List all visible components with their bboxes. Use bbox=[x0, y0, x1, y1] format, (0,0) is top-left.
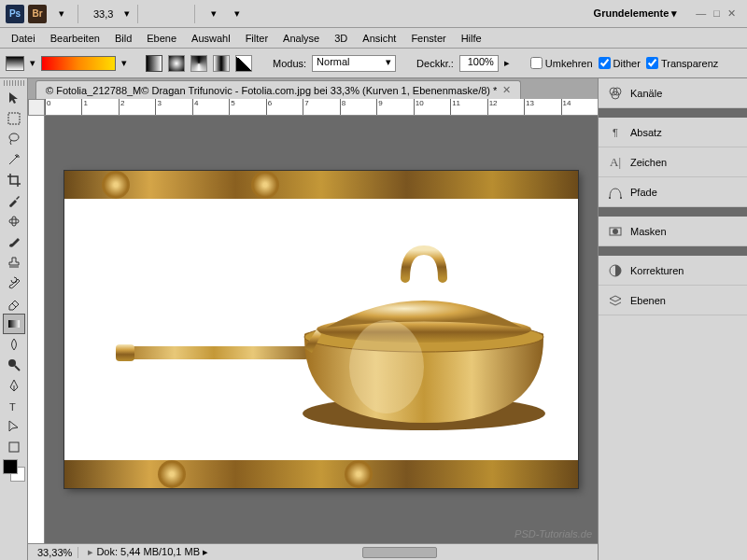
golden-pot-image bbox=[88, 208, 555, 451]
menu-auswahl[interactable]: Auswahl bbox=[184, 30, 238, 47]
bridge-icon[interactable]: Br bbox=[28, 5, 47, 23]
menu-bild[interactable]: Bild bbox=[107, 30, 139, 47]
separator bbox=[137, 5, 138, 23]
brush-tool[interactable] bbox=[3, 231, 25, 252]
gradient-angle-button[interactable] bbox=[190, 55, 207, 72]
panel-masken[interactable]: Masken bbox=[599, 217, 747, 246]
application-bar: Ps Br ▾ 33,3▾ ▾ ▾ Grundelemente ▾ — □ ✕ bbox=[0, 0, 747, 28]
gradient-radial-button[interactable] bbox=[168, 55, 185, 72]
opacity-input[interactable]: 100% bbox=[459, 55, 499, 72]
hand-tool-shortcut[interactable] bbox=[146, 12, 157, 16]
ornamental-border-bottom bbox=[64, 460, 578, 488]
blur-tool[interactable] bbox=[3, 334, 25, 355]
ps-app-icon[interactable]: Ps bbox=[6, 5, 24, 23]
separator bbox=[194, 5, 195, 23]
workspace-switcher[interactable]: Grundelemente ▾ bbox=[585, 4, 687, 23]
type-tool[interactable]: T bbox=[3, 396, 25, 416]
pen-tool[interactable] bbox=[3, 375, 25, 396]
shape-tool[interactable] bbox=[3, 437, 25, 457]
gradient-preview[interactable] bbox=[41, 56, 116, 71]
maximize-icon[interactable]: □ bbox=[713, 7, 720, 20]
menu-analyse[interactable]: Analyse bbox=[275, 30, 327, 47]
move-tool[interactable] bbox=[3, 88, 25, 108]
path-select-tool[interactable] bbox=[3, 416, 25, 437]
canvas[interactable] bbox=[64, 171, 578, 488]
wand-tool[interactable] bbox=[3, 149, 25, 170]
rotate-view-shortcut[interactable] bbox=[176, 12, 187, 16]
menu-fenster[interactable]: Fenster bbox=[403, 30, 453, 47]
toolbox-grip[interactable] bbox=[4, 80, 24, 86]
gradient-diamond-button[interactable] bbox=[235, 55, 252, 72]
minimize-icon[interactable]: — bbox=[696, 7, 706, 20]
masks-icon bbox=[608, 224, 623, 239]
svg-text:T: T bbox=[9, 401, 16, 413]
svg-line-16 bbox=[15, 366, 20, 371]
svg-point-10 bbox=[9, 133, 19, 141]
menu-datei[interactable]: Datei bbox=[4, 30, 43, 47]
menu-ansicht[interactable]: Ansicht bbox=[355, 30, 403, 47]
vertical-ruler[interactable] bbox=[28, 116, 45, 543]
dodge-tool[interactable] bbox=[3, 355, 25, 375]
panel-pfade[interactable]: Pfade bbox=[599, 177, 747, 207]
document-tab-bar: © Fotolia_212788_M© Dragan Trifunovic - … bbox=[28, 78, 598, 99]
panel-label: Pfade bbox=[630, 187, 657, 198]
status-zoom[interactable]: 33,33% bbox=[32, 547, 78, 558]
menu-hilfe[interactable]: Hilfe bbox=[454, 30, 489, 47]
modus-label: Modus: bbox=[273, 58, 306, 69]
panel-kanaele[interactable]: Kanäle bbox=[599, 78, 747, 108]
status-dok[interactable]: ▸ Dok: 5,44 MB/10,1 MB ▸ bbox=[88, 546, 208, 558]
panel-zeichen[interactable]: A|Zeichen bbox=[599, 147, 747, 177]
panel-label: Ebenen bbox=[630, 295, 666, 306]
screen-mode-dropdown[interactable]: ▾ bbox=[226, 6, 246, 21]
layout-dropdown[interactable]: ▾ bbox=[50, 6, 70, 21]
tab-close-icon[interactable]: ✕ bbox=[502, 84, 511, 96]
panel-dock: Kanäle ¶Absatz A|Zeichen Pfade Masken Ko… bbox=[598, 78, 747, 560]
eyedropper-tool[interactable] bbox=[3, 190, 25, 211]
svg-rect-19 bbox=[116, 346, 312, 359]
tool-preset-icon[interactable] bbox=[6, 56, 24, 71]
umkehren-checkbox[interactable]: Umkehren bbox=[530, 57, 593, 69]
color-picker[interactable] bbox=[3, 459, 25, 482]
menu-3d[interactable]: 3D bbox=[327, 30, 355, 47]
gradient-tool[interactable] bbox=[3, 314, 25, 334]
panel-ebenen[interactable]: Ebenen bbox=[599, 286, 747, 315]
ruler-origin[interactable] bbox=[28, 99, 45, 116]
svg-rect-14 bbox=[8, 320, 20, 328]
stamp-tool[interactable] bbox=[3, 252, 25, 273]
horizontal-scrollbar[interactable] bbox=[261, 543, 598, 560]
svg-line-13 bbox=[12, 303, 16, 307]
zoom-tool-shortcut[interactable] bbox=[161, 12, 172, 16]
panel-korrekturen[interactable]: Korrekturen bbox=[599, 256, 747, 286]
menu-ebene[interactable]: Ebene bbox=[139, 30, 184, 47]
marquee-tool[interactable] bbox=[3, 108, 25, 129]
adjust-icon bbox=[608, 263, 623, 278]
menu-filter[interactable]: Filter bbox=[238, 30, 275, 47]
svg-point-15 bbox=[8, 359, 16, 367]
close-icon[interactable]: ✕ bbox=[727, 7, 736, 20]
horizontal-ruler[interactable]: 01234567891011121314 bbox=[45, 99, 598, 116]
transparenz-checkbox[interactable]: Transparenz bbox=[646, 57, 718, 69]
crop-tool[interactable] bbox=[3, 170, 25, 190]
blend-mode-select[interactable]: Normal ▾ bbox=[312, 55, 396, 72]
svg-rect-28 bbox=[609, 197, 611, 199]
panel-label: Zeichen bbox=[630, 157, 667, 168]
workspace: T © Fotolia_212788_M© Dragan Trifunovic … bbox=[0, 78, 747, 560]
arrange-docs-dropdown[interactable]: ▾ bbox=[203, 6, 222, 21]
document-tab[interactable]: © Fotolia_212788_M© Dragan Trifunovic - … bbox=[35, 80, 521, 99]
menu-bearbeiten[interactable]: Bearbeiten bbox=[43, 30, 107, 47]
dither-checkbox[interactable]: Dither bbox=[599, 57, 641, 69]
heal-tool[interactable] bbox=[3, 211, 25, 231]
panel-label: Kanäle bbox=[630, 88, 662, 99]
foreground-color-swatch[interactable] bbox=[3, 459, 18, 474]
document-tab-label: © Fotolia_212788_M© Dragan Trifunovic - … bbox=[46, 85, 497, 96]
gradient-reflected-button[interactable] bbox=[213, 55, 230, 72]
panel-absatz[interactable]: ¶Absatz bbox=[599, 118, 747, 147]
eraser-tool[interactable] bbox=[3, 293, 25, 314]
photoshop-window: Ps Br ▾ 33,3▾ ▾ ▾ Grundelemente ▾ — □ ✕ … bbox=[0, 0, 747, 560]
history-brush-tool[interactable] bbox=[3, 273, 25, 293]
gradient-linear-button[interactable] bbox=[146, 55, 162, 72]
canvas-viewport[interactable] bbox=[45, 116, 598, 543]
scroll-thumb[interactable] bbox=[362, 547, 437, 558]
lasso-tool[interactable] bbox=[3, 129, 25, 149]
zoom-display[interactable]: 33,3 bbox=[86, 8, 120, 20]
